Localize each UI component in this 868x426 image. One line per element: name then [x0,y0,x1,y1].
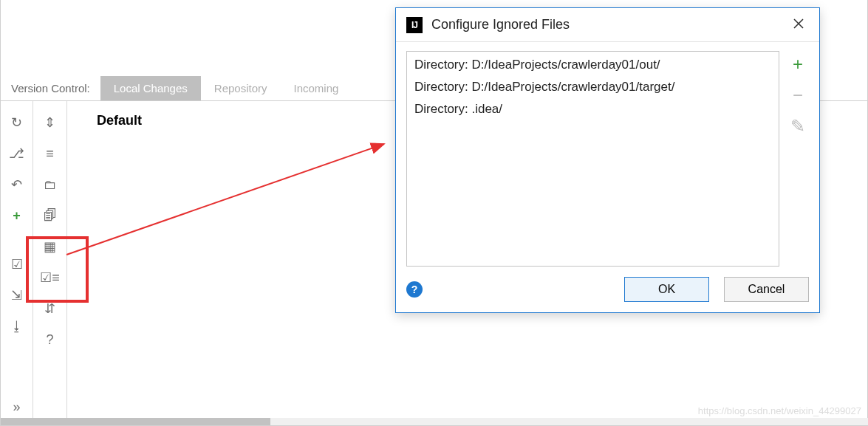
configure-ignored-dialog: IJ Configure Ignored Files Directory: D:… [395,7,820,313]
close-icon[interactable] [788,13,809,36]
horizontal-scrollbar[interactable] [1,418,868,425]
dialog-body: Directory: D:/IdeaProjects/crawlerday01/… [396,42,819,267]
watermark-text: https://blog.csdn.net/weixin_44299027 [698,405,861,416]
list-item[interactable]: Directory: D:/IdeaProjects/crawlerday01/… [414,58,771,72]
edit-button[interactable]: ✎ [790,117,805,135]
tab-repository[interactable]: Repository [201,76,281,100]
more-icon[interactable]: » [9,399,25,415]
transfer-icon[interactable]: ⇵ [42,300,58,317]
ok-button[interactable]: OK [624,277,709,302]
download-icon[interactable]: ⭳ [9,318,25,334]
undo-icon[interactable]: ↶ [9,176,25,193]
tab-local-changes[interactable]: Local Changes [100,76,201,100]
toolbar-column-1: ↻ ⎇ ↶ + ☑ ⇲ ⭳ » [1,101,33,425]
dialog-titlebar: IJ Configure Ignored Files [396,8,819,42]
dialog-title: Configure Ignored Files [431,17,788,32]
checklist-icon[interactable]: ☑≡ [42,269,58,286]
expand-icon[interactable]: ≡ [42,145,58,162]
cancel-button[interactable]: Cancel [724,277,809,302]
collapse-icon[interactable]: ⇕ [42,114,58,131]
add-button[interactable]: + [793,55,803,73]
folder-icon[interactable]: 🗀 [42,176,58,193]
configure-ignored-icon[interactable]: ▦ [42,238,58,255]
list-item[interactable]: Directory: D:/IdeaProjects/crawlerday01/… [414,80,771,95]
refresh-icon[interactable]: ↻ [9,114,25,131]
help-icon[interactable]: ? [42,331,58,348]
changelist-default[interactable]: Default [97,113,142,128]
list-item[interactable]: Directory: .idea/ [414,102,771,117]
tab-incoming[interactable]: Incoming [281,76,352,100]
scrollbar-thumb[interactable] [1,418,270,425]
plus-icon[interactable]: + [9,207,25,224]
branch-icon[interactable]: ⎇ [9,145,25,162]
ignored-directories-list[interactable]: Directory: D:/IdeaProjects/crawlerday01/… [406,51,779,267]
checkbox-icon[interactable]: ☑ [9,256,25,272]
dialog-help-icon[interactable]: ? [406,281,423,298]
remove-button[interactable]: − [793,86,803,104]
toolbar-column-2: ⇕ ≡ 🗀 🗐 ▦ ☑≡ ⇵ ? [33,101,67,425]
intellij-icon: IJ [406,17,423,33]
import-icon[interactable]: ⇲ [9,287,25,303]
panel-label: Version Control: [1,76,100,100]
copy-icon[interactable]: 🗐 [42,207,58,224]
dialog-footer: ? OK Cancel [396,267,819,312]
list-action-buttons: + − ✎ [787,51,809,267]
